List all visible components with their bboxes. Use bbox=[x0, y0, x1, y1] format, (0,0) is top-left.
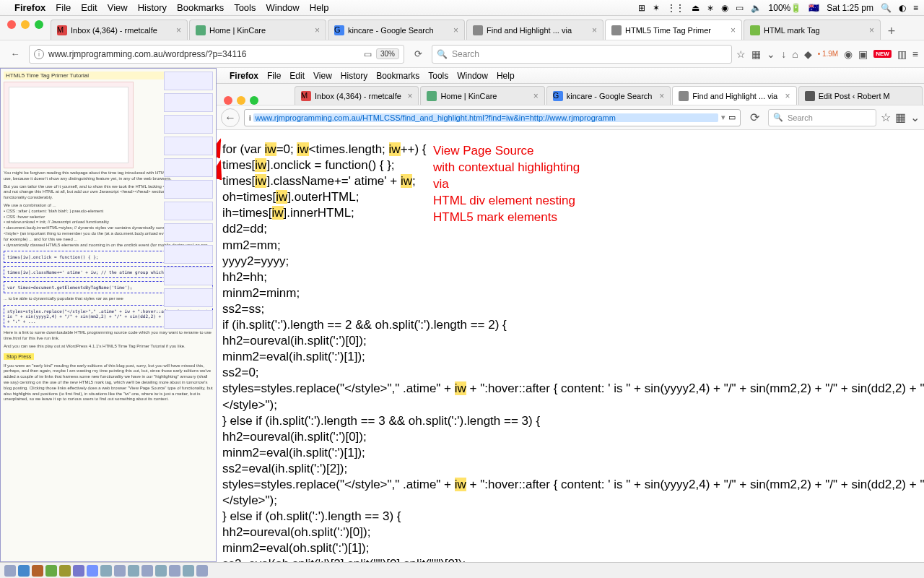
site-info-icon[interactable]: i bbox=[34, 49, 44, 59]
reload-button[interactable]: ⟳ bbox=[745, 108, 764, 127]
reader-mode-icon[interactable]: ▭ bbox=[728, 113, 736, 122]
menu-bookmarks[interactable]: Bookmarks bbox=[376, 71, 419, 81]
menu-file[interactable]: File bbox=[56, 2, 71, 13]
browser-tab[interactable]: Gkincare - Google Search× bbox=[546, 86, 671, 105]
bookmark-star-icon[interactable]: ☆ bbox=[736, 48, 746, 60]
dock-app-icon[interactable] bbox=[73, 565, 84, 577]
menu-window[interactable]: Window bbox=[266, 2, 300, 13]
extension-icon[interactable]: ▣ bbox=[858, 48, 868, 60]
status-icon[interactable]: ⊞ bbox=[638, 3, 645, 13]
toolbar-icon[interactable]: ▦ bbox=[895, 111, 906, 124]
wifi-icon[interactable]: ◉ bbox=[721, 3, 728, 13]
menu-help[interactable]: Help bbox=[310, 2, 329, 13]
hamburger-menu-icon[interactable]: ≡ bbox=[912, 48, 918, 60]
menu-view[interactable]: View bbox=[313, 71, 332, 81]
sidebar-icon[interactable]: ▥ bbox=[897, 48, 907, 60]
close-tab-icon[interactable]: × bbox=[315, 25, 320, 35]
dock-app-icon[interactable] bbox=[155, 565, 167, 577]
inner-search-bar[interactable]: 🔍 Search bbox=[768, 109, 876, 126]
bookmark-star-icon[interactable]: ☆ bbox=[881, 111, 891, 124]
dock-app-icon[interactable] bbox=[59, 565, 71, 577]
pocket-icon[interactable]: ⌄ bbox=[910, 111, 920, 124]
zoom-level-badge[interactable]: 30% bbox=[376, 48, 399, 59]
display-icon[interactable]: ▭ bbox=[736, 3, 744, 13]
adblock-counter[interactable]: • 1.9M bbox=[818, 50, 839, 58]
maximize-window-button[interactable] bbox=[35, 20, 43, 29]
extension-icon[interactable]: ◉ bbox=[844, 48, 853, 60]
site-info-icon[interactable]: i bbox=[249, 113, 250, 122]
dock-app-icon[interactable] bbox=[169, 565, 180, 577]
menu-help[interactable]: Help bbox=[497, 71, 515, 81]
menu-edit[interactable]: Edit bbox=[81, 2, 97, 13]
dock-app-icon[interactable] bbox=[100, 565, 112, 577]
menu-history[interactable]: History bbox=[341, 71, 367, 81]
menu-edit[interactable]: Edit bbox=[289, 71, 305, 81]
menubar-app-name[interactable]: Firefox bbox=[14, 2, 45, 13]
new-badge[interactable]: NEW bbox=[873, 50, 892, 58]
reload-button[interactable]: ⟳ bbox=[409, 45, 427, 64]
browser-tab-active[interactable]: HTML5 Time Tag Primer× bbox=[605, 20, 742, 40]
volume-icon[interactable]: 🔈 bbox=[751, 3, 762, 13]
extension-icon[interactable]: ◆ bbox=[804, 48, 812, 60]
notification-center-icon[interactable]: ≡ bbox=[913, 3, 918, 13]
close-tab-icon[interactable]: × bbox=[176, 25, 181, 35]
close-tab-icon[interactable]: × bbox=[869, 25, 874, 35]
dock-app-icon[interactable] bbox=[32, 565, 43, 577]
dock-app-icon[interactable] bbox=[4, 565, 16, 577]
bluetooth-icon[interactable]: ∗ bbox=[707, 3, 714, 13]
menubar-app-name[interactable]: Firefox bbox=[230, 71, 258, 81]
browser-tab[interactable]: Find and Highlight ... via× bbox=[466, 20, 603, 40]
dock-app-icon[interactable] bbox=[128, 565, 139, 577]
close-tab-icon[interactable]: × bbox=[453, 25, 458, 35]
close-tab-icon[interactable]: × bbox=[785, 91, 790, 101]
status-icon[interactable]: ⏏ bbox=[692, 3, 699, 13]
pocket-icon[interactable]: ⌄ bbox=[767, 48, 775, 60]
outer-url-bar[interactable]: i www.rjmprogramming.com.au/wordpress/?p… bbox=[29, 45, 404, 64]
dock-app-icon[interactable] bbox=[196, 565, 208, 577]
browser-tab[interactable]: MInbox (4,364) - rmetcalfe× bbox=[295, 86, 419, 105]
browser-tab[interactable]: Home | KinCare× bbox=[420, 86, 544, 105]
outer-search-bar[interactable]: 🔍 Search bbox=[432, 45, 732, 64]
status-icon[interactable]: ⋮⋮ bbox=[667, 3, 684, 13]
dock-app-icon[interactable] bbox=[183, 565, 194, 577]
close-tab-icon[interactable]: × bbox=[592, 25, 597, 35]
menu-tools[interactable]: Tools bbox=[428, 71, 448, 81]
minimize-window-button[interactable] bbox=[21, 20, 30, 29]
dock-app-icon[interactable] bbox=[114, 565, 126, 577]
menu-file[interactable]: File bbox=[267, 71, 281, 81]
downloads-icon[interactable]: ↓ bbox=[781, 48, 786, 60]
reader-mode-icon[interactable]: ▭ bbox=[364, 49, 372, 59]
menu-window[interactable]: Window bbox=[457, 71, 488, 81]
inner-url-bar[interactable]: i www.rjmprogramming.com.au/HTMLCSS/find… bbox=[244, 109, 741, 126]
browser-tab[interactable]: MInbox (4,364) - rmetcalfe× bbox=[51, 20, 188, 40]
menu-bookmarks[interactable]: Bookmarks bbox=[177, 2, 224, 13]
browser-tab[interactable]: HTML mark Tag× bbox=[744, 20, 881, 40]
battery-status[interactable]: 100% 🔋 bbox=[769, 3, 802, 13]
status-icon[interactable]: ✶ bbox=[653, 3, 660, 13]
back-button[interactable]: ← bbox=[221, 108, 240, 127]
dropdown-icon[interactable]: ▾ bbox=[721, 113, 725, 122]
close-tab-icon[interactable]: × bbox=[533, 91, 539, 101]
home-icon[interactable]: ⌂ bbox=[792, 48, 798, 60]
menubar-clock[interactable]: Sat 1:25 pm bbox=[827, 3, 873, 13]
toolbar-icon[interactable]: ▦ bbox=[751, 48, 761, 60]
close-tab-icon[interactable]: × bbox=[731, 25, 736, 35]
back-button[interactable]: ← bbox=[6, 45, 25, 64]
maximize-window-button[interactable] bbox=[250, 96, 258, 105]
browser-tab-active[interactable]: Find and Highlight ... via× bbox=[672, 86, 796, 105]
minimize-window-button[interactable] bbox=[237, 96, 245, 105]
close-tab-icon[interactable]: × bbox=[407, 91, 412, 101]
menu-history[interactable]: History bbox=[138, 2, 167, 13]
flag-icon[interactable]: 🇦🇺 bbox=[808, 3, 819, 13]
dock-app-icon[interactable] bbox=[141, 565, 153, 577]
browser-tab[interactable]: Edit Post ‹ Robert M bbox=[798, 86, 923, 105]
new-tab-button[interactable]: + bbox=[882, 22, 901, 40]
browser-tab[interactable]: Home | KinCare× bbox=[189, 20, 326, 40]
dock-app-icon[interactable] bbox=[87, 565, 98, 577]
menu-view[interactable]: View bbox=[108, 2, 128, 13]
left-page-thumbnail[interactable]: HTML5 Time Tag Primer Tutorial You might… bbox=[0, 68, 217, 562]
menu-tools[interactable]: Tools bbox=[234, 2, 256, 13]
spotlight-icon[interactable]: 🔍 bbox=[881, 3, 892, 13]
dock-app-icon[interactable] bbox=[18, 565, 30, 577]
dock-app-icon[interactable] bbox=[45, 565, 57, 577]
